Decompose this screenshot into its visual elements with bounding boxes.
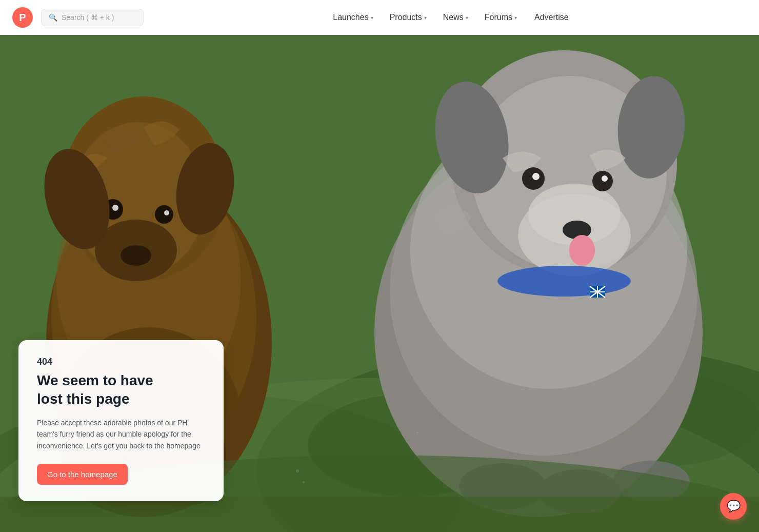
- error-description: Please accept these adorable photos of o…: [37, 417, 205, 451]
- go-to-homepage-button[interactable]: Go to the homepage: [37, 464, 128, 485]
- chat-button[interactable]: 💬: [720, 493, 747, 520]
- chevron-down-icon: ▾: [466, 15, 468, 21]
- logo-container[interactable]: P: [12, 7, 33, 28]
- site-logo[interactable]: P: [12, 7, 33, 28]
- error-card: 404 We seem to have lost this page Pleas…: [18, 340, 224, 501]
- nav-label-advertise: Advertise: [534, 13, 569, 22]
- search-bar[interactable]: 🔍 Search ( ⌘ + k ): [41, 9, 144, 26]
- nav-label-products: Products: [390, 13, 422, 22]
- site-header: P 🔍 Search ( ⌘ + k ) Launches ▾ Products…: [0, 0, 759, 35]
- nav-item-advertise[interactable]: Advertise: [526, 9, 577, 26]
- logo-letter: P: [19, 12, 26, 24]
- main-nav: Launches ▾ Products ▾ News ▾ Forums ▾ Ad…: [156, 9, 747, 26]
- error-code: 404: [37, 357, 205, 367]
- error-heading: We seem to have lost this page: [37, 371, 205, 409]
- nav-label-news: News: [443, 13, 464, 22]
- hero-background: 404 We seem to have lost this page Pleas…: [0, 35, 759, 532]
- nav-label-launches: Launches: [333, 13, 368, 22]
- chat-icon: 💬: [727, 500, 741, 513]
- chevron-down-icon: ▾: [514, 15, 517, 21]
- nav-item-news[interactable]: News ▾: [436, 9, 475, 26]
- chevron-down-icon: ▾: [424, 15, 427, 21]
- nav-item-forums[interactable]: Forums ▾: [477, 9, 524, 26]
- search-placeholder-text: Search ( ⌘ + k ): [62, 13, 114, 22]
- error-heading-line1: We seem to have: [37, 372, 153, 388]
- nav-label-forums: Forums: [485, 13, 512, 22]
- chevron-down-icon: ▾: [371, 15, 373, 21]
- error-heading-line2: lost this page: [37, 391, 129, 407]
- nav-item-launches[interactable]: Launches ▾: [326, 9, 380, 26]
- nav-item-products[interactable]: Products ▾: [383, 9, 434, 26]
- search-icon: 🔍: [49, 13, 57, 22]
